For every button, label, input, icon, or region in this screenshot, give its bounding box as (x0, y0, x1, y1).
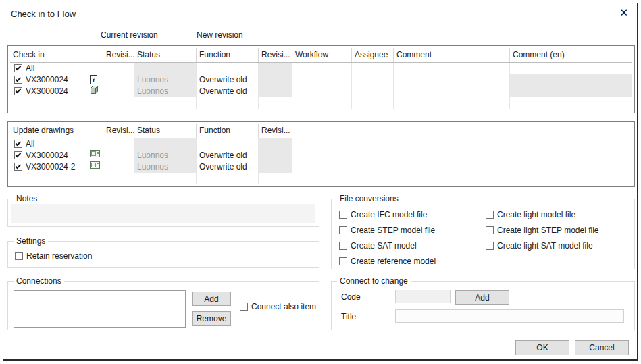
create-light-sat-option: Create light SAT model file (484, 241, 593, 251)
column-header-checkin: Check in (10, 48, 88, 62)
checkbox-connect-also-item[interactable] (240, 303, 248, 311)
checkin-table-header: Check in Revisi... Status Function Revis… (10, 48, 632, 63)
cancel-button[interactable]: Cancel (575, 340, 629, 355)
row-checkbox[interactable] (14, 163, 22, 171)
row-label: All (26, 63, 34, 73)
grid-line (72, 291, 72, 327)
connect-to-change-group: Connect to change Code Add Title (331, 281, 635, 330)
status-cell: Luonnos (134, 161, 197, 173)
table-row[interactable]: All (10, 138, 632, 150)
empty-cell (88, 97, 103, 109)
notes-label: Notes (14, 194, 40, 203)
empty-cell (510, 97, 632, 109)
comment-cell (394, 86, 510, 97)
checkbox-create-reference-model[interactable] (339, 257, 347, 265)
option-label: Create SAT model (351, 241, 417, 251)
create-reference-option: Create reference model (338, 257, 436, 266)
drawings-table-header: Update drawings Revisi... Status Functio… (10, 124, 632, 138)
row-checkbox[interactable] (14, 151, 22, 159)
connect-also-item-option: Connect also item (238, 302, 316, 311)
row-checkbox[interactable] (14, 64, 22, 72)
workflow-cell (292, 63, 352, 74)
column-header-status: Status (134, 48, 197, 62)
row-checkbox[interactable] (14, 87, 22, 95)
new-revision-cell (259, 161, 292, 173)
checkbox-create-light-step-model-file[interactable] (486, 226, 494, 234)
assignee-cell (352, 86, 394, 97)
table-row[interactable]: VX3000024 i Luonnos Overwrite old (10, 74, 632, 86)
checkbox-create-light-sat-model-file[interactable] (486, 242, 494, 250)
new-revision-cell (259, 138, 292, 150)
function-cell: Overwrite old (197, 86, 259, 97)
title-input[interactable] (395, 309, 624, 323)
file-conversions-label: File conversions (337, 194, 401, 203)
empty-cell (103, 97, 134, 109)
column-header-icon (88, 124, 103, 138)
function-cell: Overwrite old (197, 161, 259, 173)
close-icon[interactable]: ✕ (619, 7, 628, 18)
create-light-model-option: Create light model file (484, 210, 575, 219)
code-label: Code (341, 292, 361, 302)
retain-reservation-label: Retain reservation (26, 251, 92, 261)
row-checkbox[interactable] (14, 140, 22, 148)
empty-cell (134, 97, 197, 109)
row-label: VX3000024-2 (26, 162, 75, 172)
model-icon (90, 86, 99, 95)
option-label: Create IFC model file (351, 210, 427, 219)
checkbox-create-step-model-file[interactable] (339, 226, 347, 234)
revision-cell (103, 63, 134, 74)
row-label: VX3000024 (26, 75, 68, 84)
revision-cell (103, 138, 134, 150)
code-input[interactable] (395, 290, 451, 303)
title-bar[interactable]: Check in to Flow ✕ (3, 3, 637, 24)
table-row[interactable]: All (10, 63, 632, 74)
notes-area (11, 204, 315, 223)
ok-button[interactable]: OK (515, 340, 569, 355)
empty-cell (10, 173, 88, 184)
new-revision-cell (259, 86, 292, 97)
option-label: Create light STEP model file (497, 226, 599, 235)
change-add-button[interactable]: Add (455, 290, 509, 305)
comment-en-cell (510, 86, 632, 97)
option-label: Create reference model (351, 257, 436, 266)
grid-line (14, 315, 185, 315)
comment-en-cell (510, 63, 632, 74)
empty-cell (292, 97, 352, 109)
row-label-cell: VX3000024 (10, 150, 88, 161)
status-cell: Luonnos (134, 74, 197, 86)
connections-list[interactable] (14, 290, 186, 328)
create-sat-option: Create SAT model (338, 241, 417, 251)
create-ifc-option: Create IFC model file (338, 210, 427, 219)
checkbox-create-sat-model[interactable] (339, 242, 347, 250)
empty-cell (292, 173, 632, 184)
row-icon-cell: i (88, 74, 103, 86)
column-header-assignee: Assignee (352, 48, 394, 62)
update-drawings-table: Update drawings Revisi... Status Functio… (7, 121, 635, 187)
connections-label: Connections (14, 276, 64, 286)
connections-add-button[interactable]: Add (192, 292, 231, 306)
revision-cell (103, 86, 134, 97)
checkin-dialog: Check in to Flow ✕ Current revision New … (3, 3, 638, 361)
drawing-icon (90, 161, 100, 169)
check-icon (16, 140, 21, 146)
empty-cell (88, 173, 103, 184)
table-row[interactable]: VX3000024 Luonnos Overwrite old (10, 150, 632, 161)
checkbox-create-light-model-file[interactable] (486, 211, 494, 219)
checkbox-retain-reservation[interactable] (15, 252, 23, 260)
checkbox-create-ifc-model-file[interactable] (339, 211, 347, 219)
row-label-cell: All (10, 63, 88, 74)
notes-group: Notes (7, 199, 319, 227)
comment-cell (394, 63, 510, 74)
row-checkbox[interactable] (14, 76, 22, 84)
column-header-new-revision: Revisi... (259, 124, 292, 138)
connections-remove-button[interactable]: Remove (192, 311, 231, 326)
check-icon (16, 88, 21, 93)
row-label: VX3000024 (26, 151, 68, 160)
drawing-icon (90, 150, 100, 157)
table-row[interactable]: VX3000024-2 Luonnos Overwrite old (10, 161, 632, 173)
grid-line (116, 291, 116, 327)
connections-group: Connections Add Remove Connect also item (7, 281, 319, 330)
table-row[interactable]: VX3000024 Luonnos Overwrite old (10, 86, 632, 97)
option-label: Create light SAT model file (497, 241, 593, 251)
info-icon: i (90, 75, 97, 84)
